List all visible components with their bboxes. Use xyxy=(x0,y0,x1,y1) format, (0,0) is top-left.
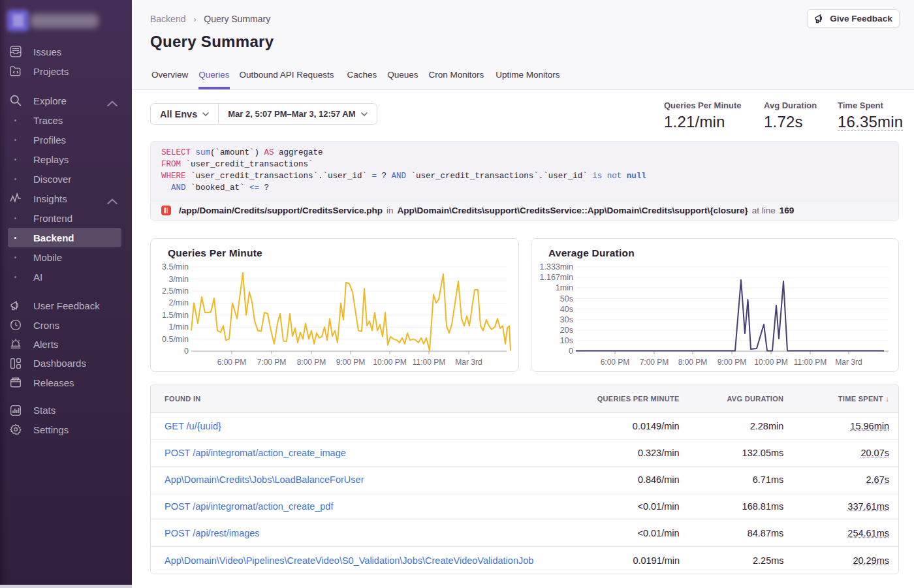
svg-text:2/min: 2/min xyxy=(168,298,189,307)
svg-text:8:00 PM: 8:00 PM xyxy=(297,358,326,367)
svg-text:11:00 PM: 11:00 PM xyxy=(413,358,445,367)
svg-text:1min: 1min xyxy=(556,283,573,292)
svg-text:7:00 PM: 7:00 PM xyxy=(257,358,287,367)
svg-text:1.333min: 1.333min xyxy=(540,262,573,271)
svg-text:6:00 PM: 6:00 PM xyxy=(601,358,630,367)
svg-text:7:00 PM: 7:00 PM xyxy=(640,358,669,367)
svg-text:3/min: 3/min xyxy=(168,275,189,284)
svg-text:3.5/min: 3.5/min xyxy=(162,262,189,271)
svg-text:40s: 40s xyxy=(560,305,573,314)
svg-text:20s: 20s xyxy=(560,326,573,335)
svg-text:2.5/min: 2.5/min xyxy=(162,286,189,296)
svg-text:10s: 10s xyxy=(560,336,573,345)
svg-text:9:00 PM: 9:00 PM xyxy=(717,358,747,367)
svg-text:1.167min: 1.167min xyxy=(540,273,573,282)
svg-text:0: 0 xyxy=(569,347,573,356)
svg-text:10:00 PM: 10:00 PM xyxy=(373,358,406,367)
svg-text:Mar 3rd: Mar 3rd xyxy=(455,358,482,367)
svg-text:0.5/min: 0.5/min xyxy=(162,335,189,344)
svg-text:0: 0 xyxy=(184,347,189,356)
svg-text:9:00 PM: 9:00 PM xyxy=(336,358,366,367)
svg-text:50s: 50s xyxy=(560,294,573,303)
svg-text:Mar 3rd: Mar 3rd xyxy=(835,358,862,367)
svg-text:6:00 PM: 6:00 PM xyxy=(217,358,247,367)
svg-text:1.5/min: 1.5/min xyxy=(162,311,189,320)
svg-text:30s: 30s xyxy=(560,315,573,324)
svg-text:8:00 PM: 8:00 PM xyxy=(678,358,708,367)
svg-text:10:00 PM: 10:00 PM xyxy=(754,358,787,367)
svg-text:1/min: 1/min xyxy=(168,322,189,332)
svg-text:11:00 PM: 11:00 PM xyxy=(794,358,827,367)
